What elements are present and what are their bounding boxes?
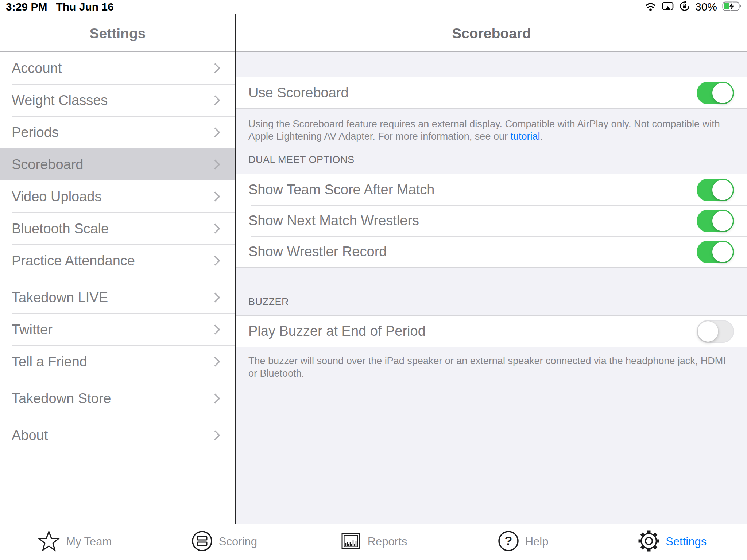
battery-percent: 30% (695, 1, 717, 13)
chevron-right-icon (210, 63, 220, 73)
setting-label: Use Scoreboard (248, 85, 349, 101)
use-scoreboard-group: Use Scoreboard (236, 77, 747, 109)
dual-meet-options-group: Show Team Score After MatchShow Next Mat… (236, 174, 747, 268)
help-icon: ? (498, 530, 519, 553)
reports-icon (340, 530, 362, 553)
chevron-right-icon (210, 357, 220, 367)
setting-row-use-scoreboard: Use Scoreboard (236, 77, 747, 108)
toggle-knob (712, 211, 733, 231)
sidebar-item-takedown-store[interactable]: Takedown Store (0, 382, 235, 415)
sidebar-item-account[interactable]: Account (0, 52, 235, 84)
sidebar-item-label: Account (12, 61, 62, 76)
chevron-right-icon (210, 430, 220, 440)
sidebar-item-label: About (12, 428, 48, 443)
sidebar-item-bluetooth-scale[interactable]: Bluetooth Scale (0, 213, 235, 245)
sidebar-item-label: Weight Classes (12, 93, 108, 108)
show-wrestler-record-toggle[interactable] (697, 241, 734, 263)
sidebar-group: Takedown LIVETwitterTell a Friend (0, 281, 235, 378)
sidebar-group: About (0, 419, 235, 451)
buzzer-header: BUZZER (236, 296, 747, 308)
show-next-match-wrestlers-toggle[interactable] (697, 210, 734, 232)
sidebar-item-weight-classes[interactable]: Weight Classes (0, 84, 235, 116)
setting-row-show-next-match-wrestlers: Show Next Match Wrestlers (236, 205, 747, 236)
tab-settings[interactable]: Settings (597, 524, 747, 560)
show-team-score-after-match-toggle[interactable] (697, 179, 734, 201)
chevron-right-icon (210, 393, 220, 404)
chevron-right-icon (210, 127, 220, 137)
tab-label: Settings (666, 535, 707, 548)
tutorial-link[interactable]: tutorial (510, 131, 540, 142)
gear-icon (638, 530, 660, 553)
toggle-knob (712, 242, 733, 262)
sidebar-item-takedown-live[interactable]: Takedown LIVE (0, 281, 235, 314)
sidebar-group: Takedown Store (0, 382, 235, 415)
use-scoreboard-toggle[interactable] (697, 82, 734, 104)
chevron-right-icon (210, 223, 220, 234)
wifi-icon (645, 1, 657, 13)
status-bar: 3:29 PM Thu Jun 16 (0, 0, 747, 15)
note-text-end: . (540, 131, 543, 142)
setting-label: Play Buzzer at End of Period (248, 323, 426, 339)
dual-meet-options-header: DUAL MEET OPTIONS (236, 154, 747, 166)
screen-mirroring-icon (662, 1, 674, 13)
sidebar-item-twitter[interactable]: Twitter (0, 314, 235, 346)
star-icon (38, 530, 60, 553)
toggle-knob (712, 83, 733, 103)
buzzer-group: Play Buzzer at End of Period (236, 315, 747, 347)
setting-row-play-buzzer-at-end-of-period: Play Buzzer at End of Period (236, 316, 747, 347)
chevron-right-icon (210, 324, 220, 335)
status-left: 3:29 PM Thu Jun 16 (6, 1, 114, 13)
tab-bar: My Team Scoring Reports ?Help Settings (0, 524, 747, 560)
tab-label: My Team (66, 535, 112, 548)
tab-label: Scoring (219, 535, 257, 548)
play-buzzer-at-end-of-period-toggle[interactable] (697, 320, 734, 343)
scoring-icon (191, 530, 213, 553)
setting-label: Show Wrestler Record (248, 244, 387, 260)
sidebar-item-about[interactable]: About (0, 419, 235, 451)
sidebar-item-tell-a-friend[interactable]: Tell a Friend (0, 346, 235, 378)
page-title: Scoreboard (236, 26, 747, 42)
sidebar-item-label: Scoreboard (12, 157, 83, 172)
tab-my-team[interactable]: My Team (0, 524, 150, 560)
chevron-right-icon (210, 256, 220, 266)
tab-reports[interactable]: Reports (299, 524, 448, 560)
sidebar-title: Settings (0, 26, 235, 42)
status-time: 3:29 PM (6, 1, 47, 13)
setting-label: Show Next Match Wrestlers (248, 213, 419, 229)
sidebar-item-label: Bluetooth Scale (12, 221, 109, 237)
sidebar-item-periods[interactable]: Periods (0, 116, 235, 148)
toggle-knob (712, 180, 733, 200)
svg-text:?: ? (504, 534, 512, 548)
setting-row-show-wrestler-record: Show Wrestler Record (236, 236, 747, 267)
scoreboard-note: Using the Scoreboard feature requires an… (236, 109, 747, 143)
scoreboard-panel: Use Scoreboard Using the Scoreboard feat… (236, 52, 747, 524)
setting-row-show-team-score-after-match: Show Team Score After Match (236, 174, 747, 205)
setting-label: Show Team Score After Match (248, 182, 434, 198)
sidebar-item-label: Practice Attendance (12, 253, 135, 269)
battery-charging-icon (722, 1, 743, 13)
chevron-right-icon (210, 95, 220, 105)
app-screen: 3:29 PM Thu Jun 16 (0, 0, 747, 560)
status-date: Thu Jun 16 (56, 1, 113, 13)
sidebar-item-scoreboard[interactable]: Scoreboard (0, 148, 235, 180)
toggle-knob (698, 321, 718, 342)
sidebar-item-practice-attendance[interactable]: Practice Attendance (0, 245, 235, 277)
chevron-right-icon (210, 191, 220, 202)
tab-label: Help (525, 535, 549, 548)
sidebar-item-label: Tell a Friend (12, 354, 87, 370)
sidebar-item-video-uploads[interactable]: Video Uploads (0, 180, 235, 213)
status-right: 30% (645, 1, 743, 13)
tab-label: Reports (368, 535, 407, 548)
tab-help[interactable]: ?Help (448, 524, 598, 560)
sidebar-item-label: Twitter (12, 322, 53, 338)
orientation-lock-icon (679, 1, 690, 13)
sidebar-item-label: Video Uploads (12, 189, 101, 205)
nav-header: Settings Scoreboard (0, 15, 747, 52)
buzzer-footer: The buzzer will sound over the iPad spea… (236, 347, 747, 380)
sidebar-group: AccountWeight ClassesPeriodsScoreboardVi… (0, 52, 235, 277)
settings-sidebar: AccountWeight ClassesPeriodsScoreboardVi… (0, 52, 235, 524)
sidebar-item-label: Takedown Store (12, 391, 111, 407)
note-text: Using the Scoreboard feature requires an… (248, 118, 720, 142)
chevron-right-icon (210, 292, 220, 303)
tab-scoring[interactable]: Scoring (150, 524, 299, 560)
